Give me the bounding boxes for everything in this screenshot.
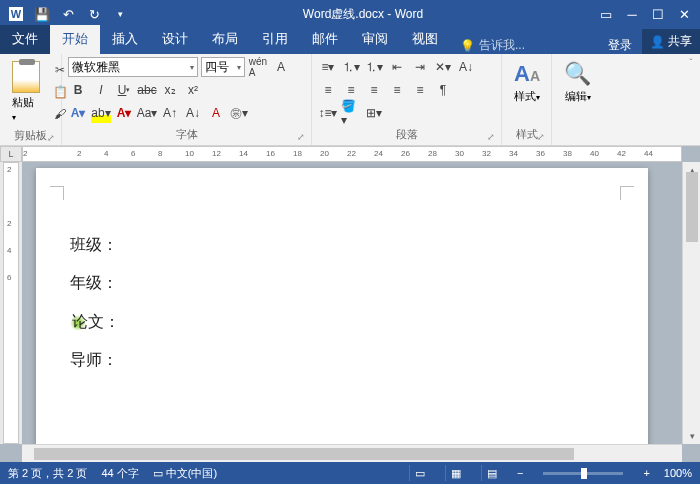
collapse-ribbon-icon[interactable]: ˇ — [689, 58, 692, 69]
status-lang[interactable]: ▭中文(中国) — [153, 466, 217, 481]
scrollbar-horizontal[interactable] — [22, 444, 682, 462]
line-spacing-icon[interactable]: ↕≡▾ — [318, 103, 338, 123]
indent-dec-icon[interactable]: ⇤ — [387, 57, 407, 77]
window-title: Word虚线.docx - Word — [132, 6, 594, 23]
zoom-in-icon[interactable]: + — [643, 467, 649, 479]
font-size-combo[interactable]: 四号▾ — [201, 57, 245, 77]
paste-button[interactable]: 粘贴 ▾ — [6, 57, 46, 126]
font-name-combo[interactable]: 微软雅黑▾ — [68, 57, 198, 77]
maximize-icon[interactable]: ☐ — [646, 2, 670, 26]
tell-me[interactable]: 💡告诉我... — [450, 37, 535, 54]
scroll-down-icon[interactable]: ▾ — [683, 428, 700, 444]
enclose-icon[interactable]: ㊪▾ — [229, 103, 249, 123]
launcher-icon[interactable]: ⤢ — [297, 132, 305, 142]
distribute-icon[interactable]: ≡ — [410, 80, 430, 100]
underline-button[interactable]: U ▾ — [114, 80, 134, 100]
tab-insert[interactable]: 插入 — [100, 25, 150, 54]
launcher-icon[interactable]: ⤢ — [487, 132, 495, 142]
ribbon-options-icon[interactable]: ▭ — [594, 2, 618, 26]
view-read-icon[interactable]: ▭ — [409, 465, 431, 481]
shrink-font-icon[interactable]: A↓ — [183, 103, 203, 123]
scroll-thumb[interactable] — [686, 172, 698, 242]
doc-line[interactable]: 导师： — [70, 341, 614, 379]
show-marks-icon[interactable]: ¶ — [433, 80, 453, 100]
styles-button[interactable]: AA 样式▾ — [508, 57, 546, 125]
tab-view[interactable]: 视图 — [400, 25, 450, 54]
editing-button[interactable]: 🔍 编辑▾ — [558, 57, 597, 140]
ruler-corner: L — [0, 146, 22, 162]
minimize-icon[interactable]: ─ — [620, 2, 644, 26]
margin-marker — [620, 186, 634, 200]
word-icon: W — [4, 2, 28, 26]
superscript-button[interactable]: x² — [183, 80, 203, 100]
share-icon: 👤 — [650, 35, 665, 49]
justify-icon[interactable]: ≡ — [387, 80, 407, 100]
numbering-icon[interactable]: ⒈▾ — [341, 57, 361, 77]
zoom-slider[interactable] — [543, 472, 623, 475]
close-icon[interactable]: ✕ — [672, 2, 696, 26]
strike-button[interactable]: abc — [137, 80, 157, 100]
view-web-icon[interactable]: ▤ — [481, 465, 503, 481]
bullets-icon[interactable]: ≡▾ — [318, 57, 338, 77]
doc-line[interactable]: 班级： — [70, 226, 614, 264]
save-icon[interactable]: 💾 — [30, 2, 54, 26]
svg-text:W: W — [11, 8, 22, 20]
phonetic-icon[interactable]: wénA — [248, 57, 268, 77]
italic-button[interactable]: I — [91, 80, 111, 100]
lang-icon: ▭ — [153, 467, 163, 480]
status-page[interactable]: 第 2 页，共 2 页 — [8, 466, 87, 481]
sort-icon[interactable]: A↓ — [456, 57, 476, 77]
tab-mail[interactable]: 邮件 — [300, 25, 350, 54]
clipboard-icon — [12, 61, 40, 93]
status-words[interactable]: 44 个字 — [101, 466, 138, 481]
text-effects-icon[interactable]: A▾ — [68, 103, 88, 123]
document-page[interactable]: 班级： 年级： 论文： 导师： — [36, 168, 648, 452]
shading-icon[interactable]: 🪣▾ — [341, 103, 361, 123]
share-button[interactable]: 👤共享 — [642, 29, 700, 54]
scrollbar-vertical[interactable]: ▴ ▾ — [682, 162, 700, 444]
styles-icon: AA — [514, 61, 540, 87]
zoom-level[interactable]: 100% — [664, 467, 692, 479]
borders-icon[interactable]: ⊞▾ — [364, 103, 384, 123]
char-shading-icon[interactable]: Aa▾ — [137, 103, 157, 123]
clear-format-icon[interactable]: A — [206, 103, 226, 123]
ruler-vertical[interactable]: 2246 — [0, 162, 22, 444]
ruler-horizontal[interactable]: 2246810121416182022242628303234363840424… — [22, 146, 682, 162]
font-color-icon[interactable]: A▾ — [114, 103, 134, 123]
doc-line[interactable]: 年级： — [70, 264, 614, 302]
char-border-icon[interactable]: A — [271, 57, 291, 77]
grow-font-icon[interactable]: A↑ — [160, 103, 180, 123]
align-center-icon[interactable]: ≡ — [341, 80, 361, 100]
tab-layout[interactable]: 布局 — [200, 25, 250, 54]
login-button[interactable]: 登录 — [598, 37, 642, 54]
doc-line[interactable]: 论文： — [70, 303, 614, 341]
tab-home[interactable]: 开始 — [50, 25, 100, 54]
zoom-out-icon[interactable]: − — [517, 467, 523, 479]
highlight-icon[interactable]: ab▾ — [91, 103, 111, 123]
view-print-icon[interactable]: ▦ — [445, 465, 467, 481]
margin-marker — [50, 186, 64, 200]
align-right-icon[interactable]: ≡ — [364, 80, 384, 100]
launcher-icon[interactable]: ⤢ — [47, 133, 55, 143]
undo-icon[interactable]: ↶ — [56, 2, 80, 26]
subscript-button[interactable]: x₂ — [160, 80, 180, 100]
tab-review[interactable]: 审阅 — [350, 25, 400, 54]
tab-design[interactable]: 设计 — [150, 25, 200, 54]
asian-layout-icon[interactable]: ✕▾ — [433, 57, 453, 77]
tab-references[interactable]: 引用 — [250, 25, 300, 54]
multilevel-icon[interactable]: ⒈▾ — [364, 57, 384, 77]
launcher-icon[interactable]: ⤢ — [537, 132, 545, 142]
redo-icon[interactable]: ↻ — [82, 2, 106, 26]
qat-dropdown-icon[interactable]: ▾ — [108, 2, 132, 26]
scroll-thumb[interactable] — [34, 448, 574, 460]
indent-inc-icon[interactable]: ⇥ — [410, 57, 430, 77]
tab-file[interactable]: 文件 — [0, 25, 50, 54]
bold-button[interactable]: B — [68, 80, 88, 100]
find-icon: 🔍 — [564, 61, 591, 87]
align-left-icon[interactable]: ≡ — [318, 80, 338, 100]
bulb-icon: 💡 — [460, 39, 475, 53]
